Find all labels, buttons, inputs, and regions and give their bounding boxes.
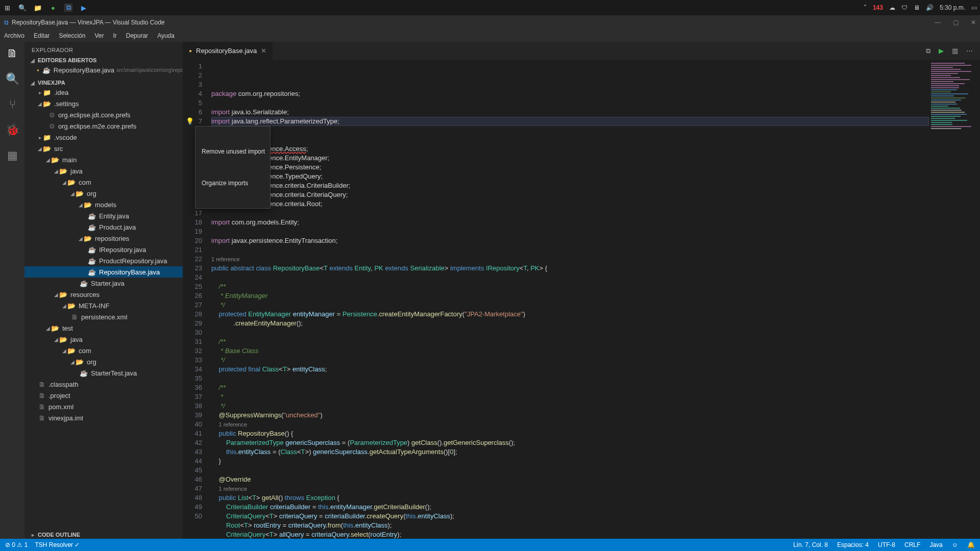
file-pom[interactable]: 🗎pom.xml [24,401,183,412]
file-explorer-icon[interactable]: 📁 [34,4,42,12]
browser-icon[interactable]: ● [49,4,57,12]
debug-panel-icon[interactable]: 🐞 [6,123,19,137]
file-tree: ▸📁.idea ◢📂.settings ⚙org.eclipse.jdt.cor… [24,87,183,531]
start-menu-icon[interactable]: ⊞ [3,4,11,12]
lightbulb-icon[interactable]: 💡 [186,117,194,126]
file-iml[interactable]: 🗎vinexjpa.iml [24,412,183,423]
file-project[interactable]: 🗎.project [24,390,183,401]
explorer-icon[interactable]: 🗎 [7,47,18,60]
folder-java[interactable]: ◢📂java [24,165,183,177]
code-editor[interactable]: 💡 package com.org.repositories; import j… [211,60,980,539]
more-actions-icon[interactable]: ⋯ [966,47,973,55]
layout-icon[interactable]: ▥ [952,47,958,55]
window-minimize-button[interactable]: — [935,19,941,26]
run-icon[interactable]: ▶ [939,47,944,55]
folder-resources[interactable]: ◢📂resources [24,289,183,300]
sidebar-title: EXPLORADOR [24,42,183,56]
status-encoding[interactable]: UTF-8 [878,541,895,548]
tray-monitor-icon[interactable]: 🖥 [914,4,920,11]
folder-test-com[interactable]: ◢📂com [24,345,183,356]
menu-edit[interactable]: Editar [34,32,50,39]
window-close-button[interactable]: ✕ [971,19,976,26]
tray-clock[interactable]: 5:30 p.m. [940,4,965,11]
powershell-icon[interactable]: ▶ [80,4,88,12]
extensions-icon[interactable]: ▦ [7,149,18,162]
activity-bar: 🗎 🔍 ⑂ 🐞 ▦ [0,42,24,539]
window-titlebar: ⧉ RepositoryBase.java — VinexJPA — Visua… [0,15,980,30]
open-editor-item[interactable]: ● ☕ RepositoryBase.java src\main\java\co… [24,64,183,76]
file-jdt-prefs[interactable]: ⚙org.eclipse.jdt.core.prefs [24,109,183,120]
tray-action-center-icon[interactable]: ▭ [971,4,977,11]
folder-test-org[interactable]: ◢📂org [24,356,183,367]
tray-shield-icon[interactable]: 🛡 [901,4,908,11]
folder-main[interactable]: ◢📂main [24,154,183,165]
folder-repositories[interactable]: ◢📂repositories [24,233,183,244]
menu-help[interactable]: Ayuda [157,32,175,39]
menu-debug[interactable]: Depurar [126,32,148,39]
open-editors-section[interactable]: ◢EDITORES ABIERTOS [24,56,183,64]
tab-repositorybase[interactable]: ● RepositoryBase.java ✕ [183,42,273,60]
tray-volume-icon[interactable]: 🔊 [926,4,934,11]
folder-org[interactable]: ◢📂org [24,188,183,199]
file-classpath[interactable]: 🗎.classpath [24,379,183,390]
status-eol[interactable]: CRLF [904,541,920,548]
window-title: RepositoryBase.java — VinexJPA — Visual … [12,19,165,26]
sidebar: EXPLORADOR ◢EDITORES ABIERTOS ● ☕ Reposi… [24,42,183,539]
status-bell-icon[interactable]: 🔔 [967,541,975,548]
file-entity[interactable]: ☕Entity.java [24,210,183,221]
menu-remove-unused-import[interactable]: Remove unused import [195,145,270,158]
vscode-icon[interactable]: ⧉ [64,4,72,12]
file-startertest[interactable]: ☕StarterTest.java [24,367,183,379]
file-m2e-prefs[interactable]: ⚙org.eclipse.m2e.core.prefs [24,120,183,132]
java-file-icon: ☕ [42,66,51,74]
menu-selection[interactable]: Selección [59,32,85,39]
file-productrepository[interactable]: ☕ProductRepository.java [24,255,183,266]
search-icon[interactable]: 🔍 [18,4,27,12]
tray-notification-count[interactable]: 143 [873,4,883,11]
folder-test[interactable]: ◢📂test [24,322,183,334]
menu-go[interactable]: Ir [113,32,116,39]
status-errors[interactable]: ⊘ 0 ⚠ 1 [5,541,28,548]
folder-metainf[interactable]: ◢📂META-INF [24,300,183,311]
quickfix-menu: Remove unused import Organize imports [195,126,271,209]
close-tab-icon[interactable]: ✕ [261,47,266,55]
status-language[interactable]: Java [929,541,942,548]
tray-cloud-icon[interactable]: ☁ [889,4,895,11]
status-feedback-icon[interactable]: ☺ [952,541,958,548]
split-editor-icon[interactable]: ⧉ [926,47,930,55]
modified-dot-icon: ● [189,48,192,54]
editor-tabs: ● RepositoryBase.java ✕ ⧉ ▶ ▥ ⋯ [183,42,980,60]
menubar: Archivo Editar Selección Ver Ir Depurar … [0,30,980,42]
menu-file[interactable]: Archivo [4,32,24,39]
editor-area: ● RepositoryBase.java ✕ ⧉ ▶ ▥ ⋯ 12345678… [183,42,980,539]
file-persistence[interactable]: 🗎persistence.xml [24,311,183,322]
menu-organize-imports[interactable]: Organize imports [195,177,270,190]
status-cursor-position[interactable]: Lín. 7, Col. 8 [793,541,828,548]
tray-chevron-icon[interactable]: ˅ [864,4,867,11]
status-indentation[interactable]: Espacios: 4 [837,541,869,548]
window-maximize-button[interactable]: ▢ [953,19,959,26]
menu-view[interactable]: Ver [94,32,104,39]
folder-idea[interactable]: ▸📁.idea [24,87,183,98]
vscode-app-icon: ⧉ [4,19,9,26]
file-starter[interactable]: ☕Starter.java [24,278,183,289]
folder-settings[interactable]: ◢📂.settings [24,98,183,109]
file-product[interactable]: ☕Product.java [24,221,183,233]
status-tsh-resolver[interactable]: TSH Resolver ✓ [35,541,80,548]
file-irepository[interactable]: ☕IRepository.java [24,244,183,255]
folder-test-java[interactable]: ◢📂java [24,334,183,345]
folder-com[interactable]: ◢📂com [24,177,183,188]
search-panel-icon[interactable]: 🔍 [6,72,19,86]
folder-models[interactable]: ◢📂models [24,199,183,210]
source-control-icon[interactable]: ⑂ [9,98,16,111]
modified-dot-icon: ● [37,68,39,72]
project-section[interactable]: ◢VINEXJPA [24,79,183,87]
folder-src[interactable]: ◢📂src [24,143,183,154]
statusbar: ⊘ 0 ⚠ 1 TSH Resolver ✓ Lín. 7, Col. 8 Es… [0,539,980,551]
file-repositorybase[interactable]: ☕RepositoryBase.java [24,266,183,278]
os-taskbar: ⊞ 🔍 📁 ● ⧉ ▶ ˅ 143 ☁ 🛡 🖥 🔊 5:30 p.m. ▭ [0,0,980,15]
folder-vscode[interactable]: ▸📁.vscode [24,132,183,143]
code-outline-section[interactable]: ▸CODE OUTLINE [24,531,183,539]
